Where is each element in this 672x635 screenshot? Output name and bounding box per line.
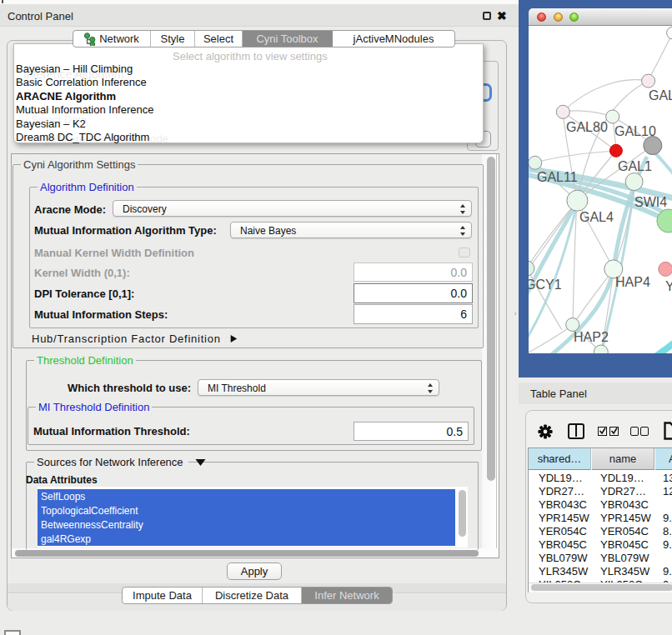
svg-text:GAL80: GAL80	[566, 120, 608, 134]
svg-text:HAP2: HAP2	[574, 330, 609, 344]
svg-text:GAL7: GAL7	[649, 88, 672, 102]
svg-text:GCY1: GCY1	[529, 278, 562, 292]
svg-text:SWI4: SWI4	[634, 195, 667, 209]
svg-text:Y: Y	[665, 279, 672, 293]
svg-text:GAL10: GAL10	[614, 124, 656, 138]
svg-text:GAL11: GAL11	[537, 170, 578, 184]
svg-text:GAL4: GAL4	[579, 210, 614, 224]
svg-text:HAP4: HAP4	[615, 275, 650, 289]
svg-text:GAL1: GAL1	[618, 159, 652, 173]
